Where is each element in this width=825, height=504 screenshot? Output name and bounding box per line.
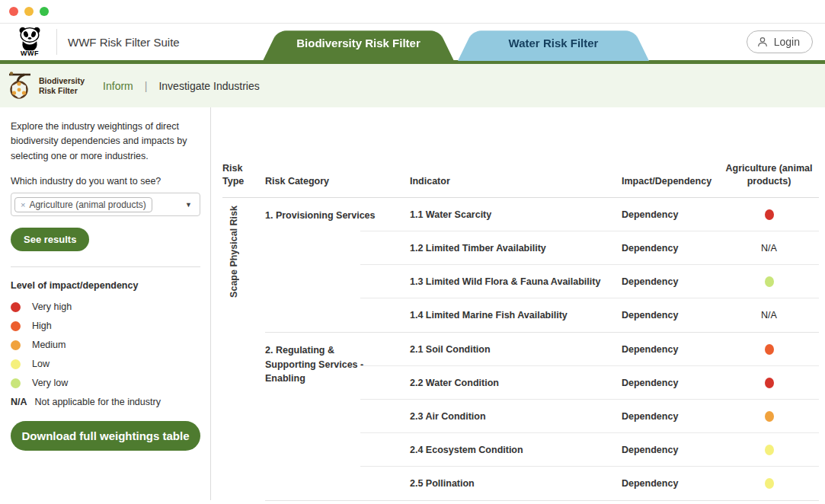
rating-cell	[719, 445, 819, 455]
wwf-wordmark: WWF	[21, 49, 39, 57]
subnav-links: Inform | Investigate Industries	[103, 80, 260, 92]
rating-dot	[765, 478, 774, 489]
wwf-panda-logo: WWF	[14, 27, 46, 57]
industry-select[interactable]: × Agriculture (animal products) ▼	[11, 193, 200, 216]
selected-industry-tag: × Agriculture (animal products)	[14, 197, 152, 212]
rating-dot	[765, 411, 774, 422]
col-header-risk-type: Risk Type	[222, 162, 253, 188]
legend-list: Very highHighMediumLowVery low	[11, 301, 200, 388]
table-row: 1.1 Water ScarcityDependency	[410, 198, 819, 231]
legend-label: High	[32, 321, 52, 331]
table-row: 2.5 PollinationDependency	[410, 467, 819, 500]
subnav: Biodiversity Risk Filter Inform | Invest…	[0, 64, 825, 107]
nav-separator: |	[145, 80, 148, 92]
legend-dot	[11, 302, 21, 312]
rating-cell: N/A	[719, 310, 819, 321]
chameleon-tail-icon	[8, 71, 35, 101]
risk-category-cell: 2. Regulating & Supporting Services - En…	[265, 333, 410, 500]
rating-dot	[765, 378, 774, 388]
rating-cell	[719, 478, 819, 489]
risk-type-rotated-label: Scape Physical Risk	[229, 206, 239, 298]
remove-tag-icon[interactable]: ×	[21, 200, 25, 209]
impact-dependency-cell: Dependency	[622, 478, 719, 489]
indicator-cell: 1.3 Limited Wild Flora & Fauna Availabil…	[410, 276, 622, 287]
legend-item: High	[11, 321, 200, 331]
impact-dependency-cell: Dependency	[622, 445, 719, 455]
brand-divider	[56, 29, 57, 55]
col-header-indicator: Indicator	[410, 175, 622, 188]
legend-item: Very high	[11, 301, 200, 312]
wwf-brand: WWF WWF Risk Filter Suite	[0, 27, 180, 57]
product-tabs: Biodiversity Risk Filter Water Risk Filt…	[263, 25, 649, 61]
rating-dot	[765, 445, 774, 455]
rating-cell	[719, 344, 819, 355]
indicator-cell: 2.5 Pollination	[410, 478, 622, 489]
indicator-cell: 2.1 Soil Condition	[410, 344, 622, 355]
legend-label: Low	[32, 359, 50, 369]
col-header-impact-dependency: Impact/Dependency	[622, 175, 719, 188]
login-button[interactable]: Login	[747, 30, 813, 53]
nav-link-investigate-industries[interactable]: Investigate Industries	[158, 80, 259, 92]
table-row: 2.3 Air ConditionDependency	[410, 400, 819, 433]
brf-logo-line1: Biodiversity	[39, 76, 85, 86]
indicator-cell: 2.4 Ecosystem Condition	[410, 445, 622, 455]
legend-label: Medium	[32, 340, 66, 350]
rating-dot	[765, 209, 774, 220]
risk-type-column: Scape Physical Risk	[222, 198, 265, 501]
legend-item: Medium	[11, 340, 200, 350]
chevron-down-icon[interactable]: ▼	[185, 201, 192, 209]
impact-dependency-cell: Dependency	[622, 209, 719, 220]
na-abbr: N/A	[11, 397, 27, 407]
window-minimize-button[interactable]	[24, 7, 34, 16]
na-value: N/A	[761, 243, 777, 254]
weightings-table: Risk Type Risk Category Indicator Impact…	[211, 107, 825, 500]
legend-dot	[11, 359, 21, 369]
rating-dot	[765, 276, 774, 287]
table-row: 2.2 Water ConditionDependency	[410, 366, 819, 400]
content: Explore the industry weightings of direc…	[0, 107, 825, 500]
suite-title: WWF Risk Filter Suite	[68, 36, 180, 49]
login-label: Login	[774, 36, 800, 48]
app-header: WWF WWF Risk Filter Suite Biodiversity R…	[0, 24, 825, 64]
download-weightings-button[interactable]: Download full weightings table	[11, 421, 200, 451]
legend-label: Very low	[32, 378, 68, 388]
rating-cell	[719, 378, 819, 388]
user-icon	[756, 36, 769, 48]
impact-dependency-cell: Dependency	[622, 378, 719, 388]
na-description: Not applicable for the industry	[35, 397, 161, 407]
tab-water-risk-filter[interactable]: Water Risk Filter	[458, 25, 649, 61]
legend-na-row: N/A Not applicable for the industry	[11, 397, 200, 407]
rating-dot	[765, 344, 774, 355]
nav-link-inform[interactable]: Inform	[103, 80, 133, 92]
legend-title: Level of impact/dependency	[11, 280, 200, 291]
indicator-cell: 2.3 Air Condition	[410, 411, 622, 422]
indicator-cell: 2.2 Water Condition	[410, 378, 622, 388]
impact-dependency-cell: Dependency	[622, 344, 719, 355]
brf-logo-line2: Risk Filter	[39, 86, 85, 96]
section-rows: 1.1 Water ScarcityDependency1.2 Limited …	[410, 198, 819, 332]
window-close-button[interactable]	[9, 7, 18, 16]
legend-item: Very low	[11, 378, 200, 388]
indicator-cell: 1.2 Limited Timber Availability	[410, 243, 622, 254]
table-row: 2.4 Ecosystem ConditionDependency	[410, 433, 819, 467]
indicator-cell: 1.1 Water Scarcity	[410, 209, 622, 220]
see-results-button[interactable]: See results	[11, 228, 89, 251]
col-header-risk-category: Risk Category	[265, 175, 410, 188]
impact-dependency-cell: Dependency	[622, 276, 719, 287]
indicator-cell: 1.4 Limited Marine Fish Availability	[410, 310, 622, 321]
brf-logo-text: Biodiversity Risk Filter	[39, 76, 85, 95]
rating-cell	[719, 209, 819, 220]
sidebar-divider	[11, 266, 200, 267]
window-zoom-button[interactable]	[40, 7, 49, 16]
col-header-industry: Agriculture (animal products)	[719, 162, 819, 188]
tab-biodiversity-risk-filter[interactable]: Biodiversity Risk Filter	[263, 25, 454, 61]
rating-cell: N/A	[719, 243, 819, 254]
legend-dot	[11, 321, 21, 331]
rating-cell	[719, 411, 819, 422]
legend-item: Low	[11, 359, 200, 369]
table-row: 1.4 Limited Marine Fish AvailabilityDepe…	[410, 298, 819, 332]
impact-dependency-cell: Dependency	[622, 243, 719, 254]
table-row: 2.1 Soil ConditionDependency	[410, 333, 819, 366]
industry-question-label: Which industry do you want to see?	[11, 176, 200, 187]
impact-dependency-cell: Dependency	[622, 310, 719, 321]
